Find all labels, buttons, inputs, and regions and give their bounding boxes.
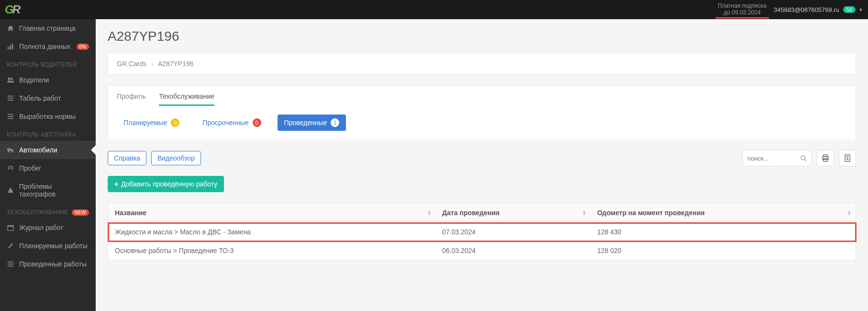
col-odometer[interactable]: Одометр на момент проведения ▲▼ — [590, 203, 856, 223]
col-date[interactable]: Дата проведения ▲▼ — [435, 203, 590, 223]
sidebar-item-label: Журнал работ — [19, 224, 63, 231]
sidebar-item-label: Водители — [19, 76, 49, 84]
sidebar-item-mileage[interactable]: Пробег — [0, 159, 96, 177]
user-email: 345683@087605769.ru — [774, 6, 839, 13]
cell-odo: 128 430 — [590, 223, 856, 242]
logo-r: R — [12, 3, 21, 16]
col-date-label: Дата проведения — [442, 209, 500, 217]
wrench-icon — [7, 242, 14, 249]
warning-icon — [7, 187, 14, 194]
sidebar-item-home[interactable]: Главная страница — [0, 19, 96, 37]
print-icon — [822, 154, 829, 162]
svg-rect-6 — [8, 98, 13, 99]
sidebar-item-timesheet[interactable]: Табель работ — [0, 89, 96, 107]
new-badge: NEW — [72, 209, 89, 216]
svg-point-13 — [11, 151, 13, 153]
filter-overdue[interactable]: Просроченные 0 — [196, 115, 267, 131]
sidebar-item-label: Автомобили — [19, 146, 57, 154]
truck-icon — [7, 147, 14, 153]
tab-profile[interactable]: Профиль — [117, 86, 145, 106]
table-row[interactable]: Жидкости и масла > Масло в ДВС - Замена … — [108, 223, 856, 242]
svg-rect-18 — [8, 264, 13, 265]
sidebar-item-label: Пробег — [19, 164, 41, 172]
breadcrumb: GR.Cards › A287YP196 — [108, 53, 856, 74]
table-row[interactable]: Основные работы > Проведение ТО-3 06.03.… — [108, 242, 856, 260]
tabs-card: Профиль Техобслуживание Планируемые 0 Пр… — [108, 85, 856, 139]
sidebar-item-label: Табель работ — [19, 94, 61, 102]
video-button[interactable]: Видеообзор — [151, 151, 201, 165]
sidebar-item-label: Планируемые работы — [19, 242, 88, 250]
tab-maintenance[interactable]: Техобслуживание — [159, 86, 214, 106]
sidebar-item-planned-works[interactable]: Планируемые работы — [0, 237, 96, 255]
svg-rect-16 — [8, 226, 13, 227]
sidebar-item-label: Главная страница — [19, 24, 76, 32]
export-button[interactable] — [839, 150, 856, 166]
plus-icon: + — [114, 180, 118, 188]
sidebar-item-worklog[interactable]: Журнал работ — [0, 219, 96, 237]
sidebar-item-label: Выработка нормы — [19, 113, 76, 120]
search-box — [742, 150, 812, 166]
filter-planned[interactable]: Планируемые 0 — [117, 115, 186, 131]
sidebar-item-tachograph[interactable]: Проблемы тахографов — [0, 177, 96, 203]
sidebar-section-maintenance: ТЕХОБСЛУЖИВАНИЕ NEW — [0, 203, 96, 219]
filter-label: Планируемые — [123, 119, 167, 127]
svg-rect-0 — [8, 47, 9, 49]
page-title: A287YP196 — [108, 29, 856, 44]
tabs: Профиль Техобслуживание — [108, 86, 856, 106]
sidebar-item-data-completeness[interactable]: Полнота данных 0% — [0, 37, 96, 56]
sidebar-item-drivers[interactable]: Водители — [0, 71, 96, 89]
list-icon — [7, 261, 14, 267]
svg-rect-19 — [8, 266, 13, 267]
svg-rect-1 — [10, 45, 11, 49]
user-menu[interactable]: 345683@087605769.ru 50 ▼ — [774, 6, 863, 13]
users-icon — [7, 77, 14, 83]
col-name[interactable]: Название ▲▼ — [108, 203, 436, 223]
sidebar-item-label: Проведенные работы — [19, 260, 87, 268]
sidebar-item-production[interactable]: Выработка нормы — [0, 107, 96, 126]
cell-date: 06.03.2024 — [435, 242, 590, 260]
sidebar-item-vehicles[interactable]: Автомобили — [0, 141, 96, 159]
cell-name: Основные работы > Проведение ТО-3 — [108, 242, 436, 260]
svg-rect-5 — [8, 96, 13, 97]
sidebar-section-drivers: КОНТРОЛЬ ВОДИТЕЛЕЙ — [0, 56, 96, 71]
filter-completed[interactable]: Проведенные 1 — [278, 115, 346, 131]
calendar-icon — [7, 224, 14, 231]
breadcrumb-root[interactable]: GR.Cards — [117, 60, 146, 68]
svg-point-12 — [8, 151, 10, 153]
svg-rect-2 — [12, 44, 13, 49]
sidebar-item-label: Полнота данных — [19, 43, 70, 50]
print-button[interactable] — [817, 150, 834, 166]
svg-rect-8 — [8, 114, 13, 115]
subscription-info: Платная подписка до 09.03.2024 — [718, 2, 767, 17]
list-icon — [7, 113, 14, 120]
logo[interactable]: G R — [5, 3, 25, 16]
svg-rect-9 — [8, 116, 13, 117]
sidebar-section-fleet: КОНТРОЛЬ АВТОПАРКА — [0, 126, 96, 141]
section-label: ТЕХОБСЛУЖИВАНИЕ — [7, 209, 68, 216]
add-work-button[interactable]: + Добавить проведённую работу — [108, 176, 224, 192]
col-name-label: Название — [115, 209, 146, 217]
filter-row: Планируемые 0 Просроченные 0 Проведенные… — [108, 106, 856, 139]
home-icon — [7, 25, 14, 32]
svg-rect-23 — [823, 159, 827, 161]
sidebar-item-completed-works[interactable]: Проведенные работы — [0, 255, 96, 273]
filter-label: Просроченные — [202, 119, 248, 127]
cell-odo: 128 020 — [590, 242, 856, 260]
filter-count: 0 — [171, 118, 179, 127]
svg-rect-11 — [7, 149, 11, 151]
breadcrumb-current: A287YP196 — [158, 60, 194, 68]
svg-rect-10 — [8, 118, 13, 119]
add-work-label: Добавить проведённую работу — [121, 180, 217, 188]
export-icon — [844, 154, 851, 162]
svg-point-20 — [801, 156, 805, 160]
bars-icon — [7, 43, 14, 50]
chevron-down-icon: ▼ — [858, 7, 863, 12]
svg-rect-7 — [8, 100, 13, 101]
search-input[interactable] — [743, 151, 795, 165]
search-icon[interactable] — [795, 155, 812, 161]
svg-rect-17 — [8, 262, 13, 263]
main-content: A287YP196 GR.Cards › A287YP196 Профиль Т… — [96, 19, 868, 311]
svg-point-4 — [11, 78, 12, 80]
help-button[interactable]: Справка — [108, 151, 146, 165]
topbar: G R Платная подписка до 09.03.2024 34568… — [0, 0, 868, 19]
